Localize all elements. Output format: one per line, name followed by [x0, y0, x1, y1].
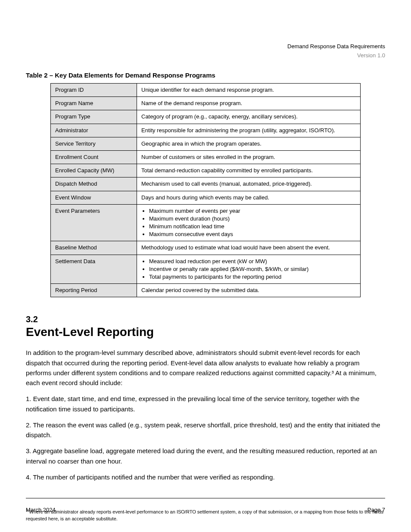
- row-value: Entity responsible for administering the…: [137, 124, 361, 137]
- row-label: Settlement Data: [51, 255, 137, 284]
- list-item: Maximum number of events per year: [149, 207, 356, 215]
- row-value: Days and hours during which events may b…: [137, 191, 361, 204]
- row-value: Methodology used to estimate what load w…: [137, 241, 361, 255]
- table-row: Event WindowDays and hours during which …: [51, 191, 361, 204]
- list-item: Minimum notification lead time: [149, 223, 356, 230]
- row-label: Event Window: [51, 191, 137, 204]
- footer-left: March 2024: [26, 507, 56, 513]
- list-item: Measured load reduction per event (kW or…: [149, 258, 356, 265]
- row-value: Maximum number of events per yearMaximum…: [137, 204, 361, 241]
- table-row: Service TerritoryGeographic area in whic…: [51, 137, 361, 150]
- page-footer: March 2024 Page 7: [26, 507, 385, 513]
- table-row: Program NameName of the demand response …: [51, 97, 361, 110]
- section-number: 3.2: [26, 314, 385, 324]
- doc-version: Version 1.0: [26, 52, 385, 59]
- table-row: Program TypeCategory of program (e.g., c…: [51, 110, 361, 124]
- row-value: Calendar period covered by the submitted…: [137, 284, 361, 297]
- numbered-item: 1. Event date, start time, and end time,…: [26, 394, 385, 414]
- spec-table: Program IDUnique identifier for each dem…: [50, 83, 361, 297]
- table-row: Program IDUnique identifier for each dem…: [51, 84, 361, 97]
- numbered-item: 4. The number of participants notified a…: [26, 472, 385, 482]
- row-label: Program ID: [51, 84, 137, 97]
- row-label: Program Type: [51, 110, 137, 124]
- row-label: Reporting Period: [51, 284, 137, 297]
- row-label: Baseline Method: [51, 241, 137, 255]
- table-row: Reporting PeriodCalendar period covered …: [51, 284, 361, 297]
- row-value: Mechanism used to call events (manual, a…: [137, 177, 361, 191]
- row-label: Dispatch Method: [51, 177, 137, 191]
- row-label: Service Territory: [51, 137, 137, 150]
- row-value: Total demand-reduction capability commit…: [137, 164, 361, 177]
- row-label: Administrator: [51, 124, 137, 137]
- footer-rule: [26, 498, 385, 498]
- doc-title: Demand Response Data Requirements: [26, 43, 385, 50]
- row-label: Program Name: [51, 97, 137, 110]
- numbered-item: 2. The reason the event was called (e.g.…: [26, 420, 385, 440]
- numbered-item: 3. Aggregate baseline load, aggregate me…: [26, 446, 385, 466]
- section-title: Event-Level Reporting: [26, 325, 385, 339]
- table-row: Enrollment CountNumber of customers or s…: [51, 150, 361, 164]
- row-value: Measured load reduction per event (kW or…: [137, 255, 361, 284]
- row-label: Enrollment Count: [51, 150, 137, 164]
- row-value: Category of program (e.g., capacity, ene…: [137, 110, 361, 124]
- row-value: Name of the demand response program.: [137, 97, 361, 110]
- row-value: Geographic area in which the program ope…: [137, 137, 361, 150]
- list-item: Maximum event duration (hours): [149, 215, 356, 223]
- row-value: Number of customers or sites enrolled in…: [137, 150, 361, 164]
- list-item: Maximum consecutive event days: [149, 230, 356, 238]
- table-row: AdministratorEntity responsible for admi…: [51, 124, 361, 137]
- row-label: Event Parameters: [51, 204, 137, 241]
- row-value: Unique identifier for each demand respon…: [137, 84, 361, 97]
- section-para: In addition to the program-level summary…: [26, 348, 385, 388]
- row-label: Enrolled Capacity (MW): [51, 164, 137, 177]
- list-item: Incentive or penalty rate applied ($/kW-…: [149, 265, 356, 273]
- table-row: Settlement DataMeasured load reduction p…: [51, 255, 361, 284]
- list-item: Total payments to participants for the r…: [149, 273, 356, 281]
- table-row: Dispatch MethodMechanism used to call ev…: [51, 177, 361, 191]
- table-row: Event ParametersMaximum number of events…: [51, 204, 361, 241]
- table-row: Baseline MethodMethodology used to estim…: [51, 241, 361, 255]
- table-title: Table 2 – Key Data Elements for Demand R…: [26, 72, 385, 79]
- footer-right: Page 7: [367, 507, 385, 513]
- table-row: Enrolled Capacity (MW)Total demand-reduc…: [51, 164, 361, 177]
